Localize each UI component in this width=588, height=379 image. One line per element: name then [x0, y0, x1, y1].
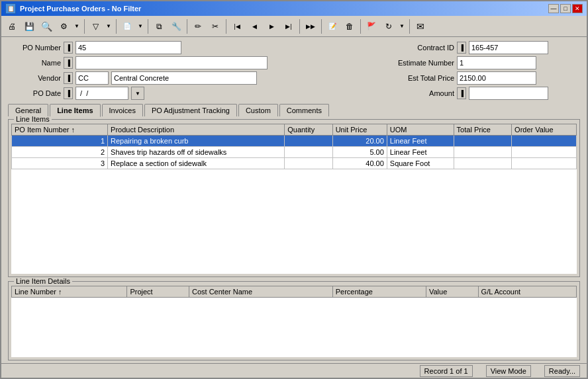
- col-header-total-price: Total Price: [454, 124, 511, 136]
- cell-quantity: [285, 136, 332, 147]
- table-row[interactable]: 2 Shaves trip hazards off of sidewalks 5…: [12, 147, 577, 158]
- tabs: General Line Items Invoices PO Adjustmen…: [1, 104, 587, 116]
- minimize-button[interactable]: —: [548, 4, 559, 13]
- refresh-button[interactable]: ↻: [381, 19, 397, 34]
- window-title: Project Purchase Orders - No Filter: [20, 5, 141, 13]
- tab-comments[interactable]: Comments: [279, 104, 329, 116]
- title-bar: 📋 Project Purchase Orders - No Filter — …: [1, 1, 587, 16]
- amount-input[interactable]: [469, 87, 548, 100]
- cell-uom: Linear Feet: [387, 147, 454, 158]
- name-label: Name: [8, 59, 61, 67]
- refresh-dropdown[interactable]: ↻ ▼: [381, 19, 407, 34]
- col-header-unit-price: Unit Price: [332, 124, 387, 136]
- po-date-input[interactable]: [75, 87, 128, 100]
- filter-dropdown[interactable]: ▽ ▼: [87, 19, 113, 34]
- cell-unit-price: 40.00: [332, 158, 387, 169]
- copy-button[interactable]: ⧉: [151, 19, 167, 34]
- close-button[interactable]: ✕: [572, 4, 583, 13]
- table-row[interactable]: 1 Repairing a broken curb 20.00 Linear F…: [12, 136, 577, 147]
- contract-id-label: Contract ID: [381, 44, 454, 52]
- delete-button[interactable]: 🗑: [342, 19, 358, 34]
- line-items-group-title: Line Items: [14, 116, 52, 123]
- flag-button[interactable]: 🚩: [364, 19, 379, 34]
- line-items-group: Line Items PO Item Number ↑ Product Desc…: [8, 119, 580, 277]
- cell-unit-price: 5.00: [332, 147, 387, 158]
- refresh-arrow[interactable]: ▼: [397, 19, 407, 34]
- view-dropdown[interactable]: 📄 ▼: [119, 19, 145, 34]
- col-header-line-number: Line Number ↑: [12, 286, 127, 297]
- title-bar-controls: — □ ✕: [548, 4, 583, 13]
- sep2: [116, 19, 117, 34]
- est-total-price-label: Est Total Price: [381, 74, 454, 82]
- amount-label: Amount: [381, 89, 454, 97]
- view-mode: View Mode: [486, 365, 531, 377]
- filter-arrow[interactable]: ▼: [104, 19, 113, 34]
- cut-button[interactable]: ✂: [207, 19, 223, 34]
- sep9: [409, 19, 410, 34]
- tools-button[interactable]: 🔧: [168, 19, 184, 34]
- settings-button[interactable]: ⚙: [56, 19, 72, 34]
- vendor-name-input[interactable]: [111, 71, 257, 85]
- name-input[interactable]: [75, 56, 268, 69]
- col-header-order-value: Order Value: [512, 124, 577, 136]
- amount-row: Amount ▐: [381, 87, 580, 100]
- po-number-marker: ▐: [64, 42, 73, 54]
- save-button[interactable]: 💾: [21, 19, 37, 34]
- nav-last-button[interactable]: ▶|: [281, 19, 297, 34]
- cell-product-description: Replace a section of sidewalk: [108, 158, 285, 169]
- po-number-label: PO Number: [8, 44, 61, 52]
- sep8: [360, 19, 361, 34]
- tab-custom[interactable]: Custom: [238, 104, 278, 116]
- vendor-row: Vendor ▐: [8, 71, 375, 85]
- cell-total-price: [454, 147, 511, 158]
- cell-po-item-number: 1: [12, 136, 108, 147]
- col-header-value: Value: [426, 286, 478, 297]
- form-right: Contract ID ▐ Estimate Number Est Total …: [381, 41, 580, 100]
- tab-invoices[interactable]: Invoices: [102, 104, 143, 116]
- nav-forward-button[interactable]: ▶▶: [303, 19, 318, 34]
- email-button[interactable]: ✉: [413, 19, 428, 34]
- cell-quantity: [285, 147, 332, 158]
- tab-po-adjustment[interactable]: PO Adjustment Tracking: [144, 104, 237, 116]
- filter-button[interactable]: ▽: [87, 19, 103, 34]
- po-number-input[interactable]: [75, 41, 181, 54]
- cell-product-description: Shaves trip hazards off of sidewalks: [108, 147, 285, 158]
- cell-order-value: [512, 136, 577, 147]
- search-button[interactable]: 🔍: [38, 19, 54, 34]
- col-header-po-item-number: PO Item Number ↑: [12, 124, 108, 136]
- line-item-details-group: Line Item Details Line Number ↑ Project …: [8, 281, 580, 360]
- tab-general[interactable]: General: [8, 104, 48, 116]
- view-button[interactable]: 📄: [119, 19, 135, 34]
- contract-id-input[interactable]: [469, 41, 548, 54]
- sep4: [187, 19, 187, 34]
- nav-next-button[interactable]: ▶: [264, 19, 279, 34]
- po-date-dropdown[interactable]: ▼: [131, 87, 144, 100]
- main-content: Line Items PO Item Number ↑ Product Desc…: [1, 116, 587, 363]
- new-button[interactable]: 📝: [324, 19, 340, 34]
- sep5: [226, 19, 226, 34]
- print-button[interactable]: 🖨: [4, 19, 20, 34]
- view-arrow[interactable]: ▼: [136, 19, 145, 34]
- tab-line-items[interactable]: Line Items: [50, 104, 100, 117]
- nav-prev-button[interactable]: ◀: [246, 19, 262, 34]
- po-date-marker: ▐: [64, 87, 73, 99]
- vendor-marker: ▐: [64, 72, 73, 84]
- cell-po-item-number: 2: [12, 147, 108, 158]
- cell-order-value: [512, 158, 577, 169]
- est-total-price-input[interactable]: [457, 71, 536, 85]
- col-header-cost-center-name: Cost Center Name: [189, 286, 333, 297]
- line-item-details-title: Line Item Details: [14, 277, 72, 285]
- estimate-number-input[interactable]: [457, 56, 536, 69]
- main-window: 📋 Project Purchase Orders - No Filter — …: [0, 0, 588, 379]
- nav-first-button[interactable]: |◀: [229, 19, 245, 34]
- settings-dropdown-arrow[interactable]: ▼: [72, 19, 81, 34]
- form-left: PO Number ▐ Name ▐ Vendor ▐ PO Date ▐ ▼: [8, 41, 375, 100]
- settings-dropdown[interactable]: ⚙ ▼: [56, 19, 81, 34]
- vendor-code-input[interactable]: [75, 71, 109, 85]
- col-header-uom: UOM: [387, 124, 454, 136]
- maximize-button[interactable]: □: [560, 4, 571, 13]
- table-row[interactable]: 3 Replace a section of sidewalk 40.00 Sq…: [12, 158, 577, 169]
- edit-button[interactable]: ✏: [190, 19, 206, 34]
- col-header-product-description: Product Description: [108, 124, 285, 136]
- col-header-project: Project: [127, 286, 189, 297]
